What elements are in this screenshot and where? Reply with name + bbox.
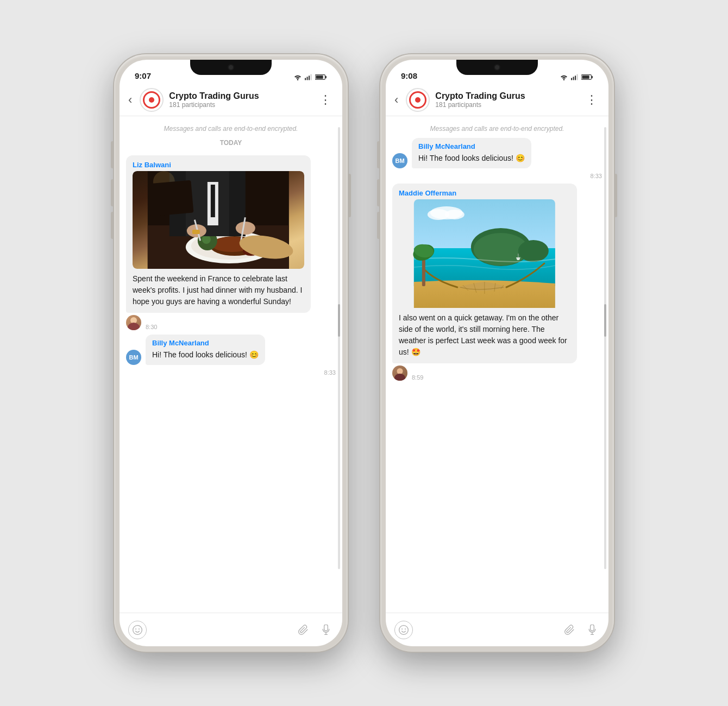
svg-point-51: [445, 210, 465, 219]
chat-header-2: ‹ Crypto Trading Gurus 181 participants …: [386, 84, 608, 116]
svg-rect-34: [571, 78, 572, 80]
signal-icon-1: [305, 74, 312, 80]
liz-avatar: [126, 315, 141, 330]
svg-point-29: [139, 628, 140, 629]
emoji-button-2[interactable]: [394, 621, 413, 639]
message-row-billy-2: BM Billy McNearland Hi! The food looks d…: [392, 138, 602, 168]
beach-image-container: [399, 199, 570, 308]
message-bubble-maddie: Maddie Offerman: [392, 184, 577, 363]
message-group-maddie: Maddie Offerman: [392, 184, 602, 381]
svg-rect-4: [311, 74, 312, 80]
maddie-avatar: [392, 365, 407, 381]
svg-rect-3: [309, 75, 310, 80]
camera-1: [228, 64, 234, 71]
food-svg: [133, 171, 304, 269]
message-group-billy-2: BM Billy McNearland Hi! The food looks d…: [392, 138, 602, 179]
attach-icon-1: [298, 625, 309, 635]
svg-point-13: [211, 237, 253, 252]
scrollbar-2[interactable]: [604, 127, 606, 569]
phones-container: 9:07: [92, 33, 636, 673]
message-text-maddie: I also went on a quick getaway. I'm on t…: [399, 312, 570, 358]
svg-point-55: [405, 628, 406, 629]
battery-icon-2: [581, 74, 593, 80]
input-bar-1[interactable]: [120, 613, 342, 646]
mic-icon-1: [321, 625, 331, 635]
message-time-liz: 8:30: [146, 324, 157, 330]
svg-point-27: [133, 625, 142, 634]
food-photo: [133, 171, 304, 269]
svg-point-22: [236, 222, 255, 235]
message-text-billy-2: Hi! The food looks delicious! 😊: [418, 153, 525, 164]
notch-1: [190, 60, 272, 75]
time-2: 9:08: [401, 71, 417, 80]
billy-avatar-2: BM: [392, 153, 407, 168]
svg-point-54: [401, 628, 403, 629]
notch-2: [456, 60, 538, 75]
camera-2: [494, 64, 500, 71]
group-avatar-2: [406, 88, 430, 112]
svg-point-26: [153, 171, 175, 193]
svg-rect-7: [316, 75, 323, 79]
message-time-billy-2: 8:33: [392, 173, 602, 179]
mic-button-2[interactable]: [585, 622, 600, 638]
scrollbar-1[interactable]: [338, 127, 340, 569]
mic-button-1[interactable]: [318, 622, 334, 638]
svg-point-45: [518, 240, 549, 262]
svg-point-16: [202, 235, 211, 244]
message-text-liz: Spent the weekend in France to celebrate…: [133, 273, 304, 307]
message-text-billy-1: Hi! The food looks delicious! 😊: [152, 349, 259, 361]
message-time-billy-1: 8:33: [126, 369, 336, 376]
phone-1-screen: 9:07: [120, 60, 342, 646]
chat-body-1: Messages and calls are end-to-end encryp…: [120, 116, 342, 613]
avatar-ring-2: [409, 91, 426, 109]
input-bar-2[interactable]: [386, 613, 608, 646]
message-row-maddie-time: 8:59: [392, 365, 602, 381]
attach-button-1[interactable]: [296, 622, 311, 638]
svg-rect-20: [211, 185, 215, 217]
group-name-2: Crypto Trading Gurus: [435, 91, 576, 101]
encryption-notice-1: Messages and calls are end-to-end encryp…: [126, 122, 336, 134]
chat-header-1: ‹ Crypto Trading Gurus 181 participants …: [120, 84, 342, 116]
encryption-notice-2: Messages and calls are end-to-end encryp…: [392, 122, 602, 134]
menu-button-1[interactable]: ⋮: [315, 91, 336, 109]
sender-name-billy-1: Billy McNearland: [152, 339, 259, 347]
battery-icon-1: [315, 74, 327, 80]
svg-point-53: [399, 625, 409, 634]
avatar-dot-1: [149, 97, 154, 103]
sender-name-liz: Liz Balwani: [133, 161, 304, 169]
participants-count-2: 181 participants: [435, 101, 576, 109]
scrollbar-thumb-2: [604, 304, 606, 337]
svg-rect-37: [577, 74, 578, 80]
chat-body-2: Messages and calls are end-to-end encryp…: [386, 116, 608, 613]
svg-point-33: [563, 79, 565, 80]
message-row-liz-time: 8:30: [126, 315, 336, 330]
emoji-button-1[interactable]: [128, 621, 147, 639]
message-group-liz: Liz Balwani: [126, 155, 336, 330]
attach-button-2[interactable]: [562, 622, 577, 638]
message-bubble-liz: Liz Balwani: [126, 155, 311, 313]
wifi-icon-1: [293, 74, 302, 80]
svg-rect-25: [192, 230, 200, 234]
svg-rect-35: [573, 77, 574, 80]
svg-rect-6: [325, 76, 327, 78]
phone-2: 9:08: [380, 54, 614, 652]
message-row-billy-1: BM Billy McNearland Hi! The food looks d…: [126, 335, 336, 365]
svg-rect-56: [591, 625, 594, 631]
phone-2-screen: 9:08: [386, 60, 608, 646]
menu-button-2[interactable]: ⋮: [581, 91, 602, 109]
svg-rect-2: [307, 77, 308, 80]
back-button-1[interactable]: ‹: [126, 91, 134, 109]
beach-svg: [399, 199, 570, 308]
emoji-icon-2: [398, 625, 409, 635]
status-icons-2: [560, 74, 593, 80]
svg-rect-1: [305, 78, 306, 80]
message-bubble-billy-2: Billy McNearland Hi! The food looks deli…: [412, 138, 531, 168]
wifi-icon-2: [560, 74, 568, 80]
avatar-dot-2: [415, 97, 421, 103]
svg-rect-40: [582, 75, 589, 79]
group-avatar-1: [140, 88, 164, 112]
back-button-2[interactable]: ‹: [392, 91, 400, 109]
svg-rect-36: [575, 75, 576, 80]
message-group-billy-1: BM Billy McNearland Hi! The food looks d…: [126, 335, 336, 376]
avatar-ring-1: [143, 91, 160, 109]
